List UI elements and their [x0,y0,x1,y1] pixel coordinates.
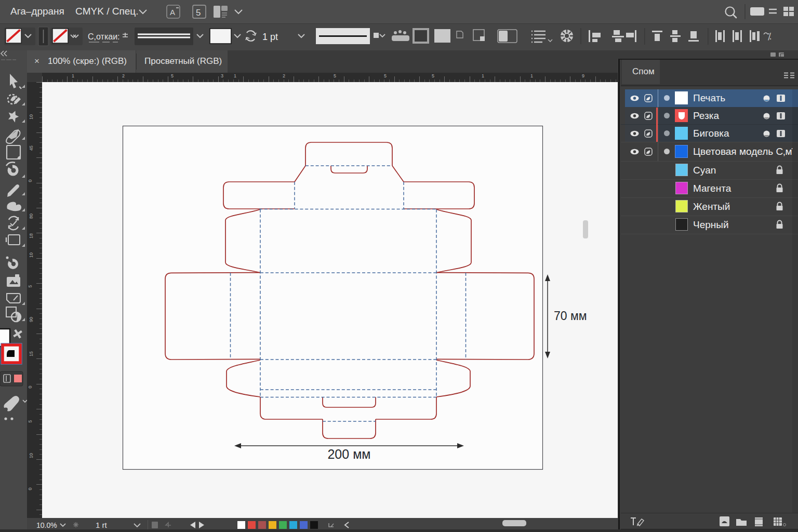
svg-text:70 мм: 70 мм [554,309,587,323]
svg-text:1 pt: 1 pt [262,32,278,42]
svg-text:A: A [170,8,175,17]
svg-text:⁒: ⁒ [767,32,772,42]
svg-text:5: 5 [196,8,201,18]
svg-text:200 мм: 200 мм [327,447,370,461]
svg-text:С,откаи:: С,откаи: [88,32,120,41]
